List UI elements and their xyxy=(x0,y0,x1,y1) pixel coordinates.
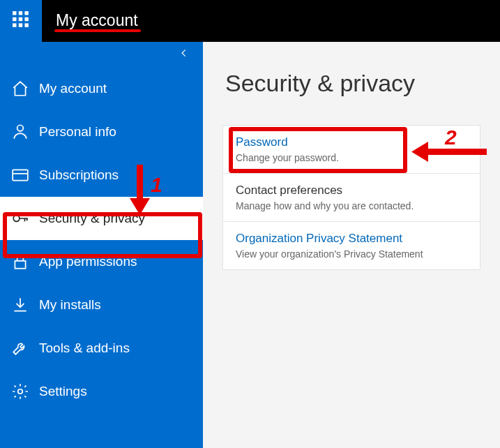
app-title[interactable]: My account xyxy=(56,11,138,31)
svg-point-13 xyxy=(18,389,23,394)
sidebar-item-subscriptions[interactable]: Subscriptions xyxy=(0,154,203,197)
card-contact-preferences[interactable]: Contact preferences Manage how and why y… xyxy=(223,174,480,222)
sidebar-item-tools-addins[interactable]: Tools & add-ins xyxy=(0,327,203,370)
sidebar: My account Personal info Subscriptions S… xyxy=(0,42,203,448)
svg-rect-5 xyxy=(24,17,28,21)
sidebar-item-app-permissions[interactable]: App permissions xyxy=(0,240,203,283)
svg-rect-0 xyxy=(13,11,16,15)
gear-icon xyxy=(11,382,39,401)
waffle-icon xyxy=(12,10,30,31)
annotation-title-underline xyxy=(54,29,141,32)
sidebar-item-label: My installs xyxy=(39,297,101,313)
sidebar-item-label: My account xyxy=(39,81,107,96)
svg-rect-8 xyxy=(24,23,28,27)
svg-point-9 xyxy=(17,125,24,131)
wrench-icon xyxy=(11,339,39,357)
home-icon xyxy=(11,80,39,98)
card-password[interactable]: Password Change your password. xyxy=(223,126,480,174)
svg-rect-3 xyxy=(13,17,16,21)
collapse-sidebar-button[interactable] xyxy=(0,42,203,67)
chevron-left-icon xyxy=(179,48,189,61)
settings-card-list: Password Change your password. Contact p… xyxy=(222,125,480,270)
sidebar-item-label: Tools & add-ins xyxy=(39,341,130,356)
svg-rect-1 xyxy=(19,11,22,15)
card-icon xyxy=(11,166,39,184)
sidebar-item-label: Subscriptions xyxy=(39,167,119,183)
svg-rect-10 xyxy=(13,170,28,180)
top-bar: My account xyxy=(0,0,500,42)
sidebar-item-label: Security & privacy xyxy=(39,211,145,226)
sidebar-item-personal-info[interactable]: Personal info xyxy=(0,110,203,154)
svg-rect-4 xyxy=(19,17,22,21)
card-org-privacy-statement[interactable]: Organization Privacy Statement View your… xyxy=(223,222,480,269)
svg-rect-6 xyxy=(13,23,16,27)
sidebar-item-label: Personal info xyxy=(39,124,116,140)
card-title: Password xyxy=(236,135,467,149)
card-description: Manage how and why you are contacted. xyxy=(236,200,467,211)
card-description: Change your password. xyxy=(236,152,467,163)
download-icon xyxy=(11,296,39,314)
sidebar-item-my-account[interactable]: My account xyxy=(0,67,203,110)
lock-icon xyxy=(11,253,39,271)
sidebar-item-my-installs[interactable]: My installs xyxy=(0,283,203,327)
person-icon xyxy=(11,123,39,141)
svg-rect-12 xyxy=(15,261,25,269)
card-description: View your organization's Privacy Stateme… xyxy=(236,248,467,260)
svg-rect-7 xyxy=(19,23,22,27)
svg-point-11 xyxy=(13,216,20,222)
svg-rect-2 xyxy=(24,11,28,15)
page-title: Security & privacy xyxy=(225,70,480,97)
sidebar-item-settings[interactable]: Settings xyxy=(0,370,203,413)
card-title: Organization Privacy Statement xyxy=(236,232,467,246)
key-icon xyxy=(11,209,39,227)
sidebar-item-label: Settings xyxy=(39,384,87,399)
main-content: Security & privacy Password Change your … xyxy=(203,42,500,448)
sidebar-item-label: App permissions xyxy=(39,254,137,269)
sidebar-item-security-privacy[interactable]: Security & privacy xyxy=(0,197,203,240)
app-launcher-button[interactable] xyxy=(0,0,42,42)
card-title: Contact preferences xyxy=(236,184,467,197)
